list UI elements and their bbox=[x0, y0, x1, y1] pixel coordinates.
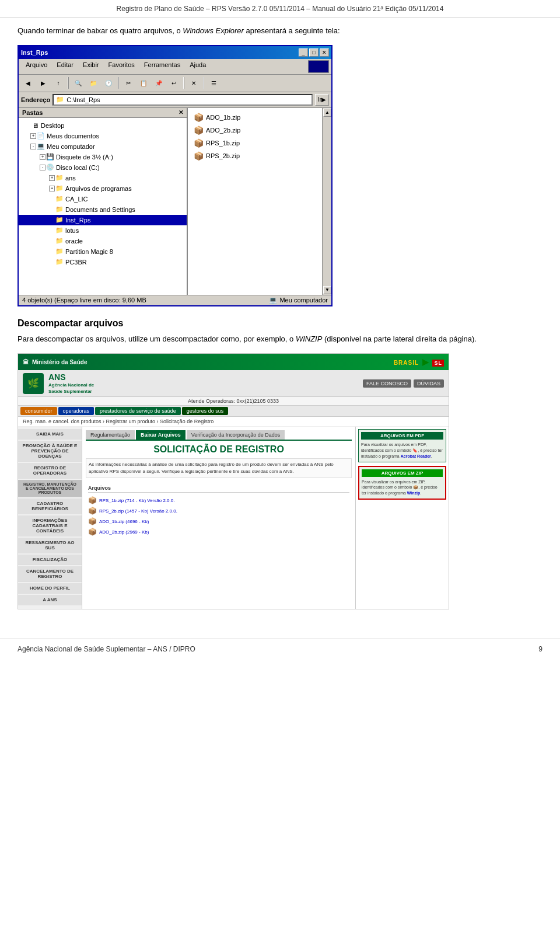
expand-desktop[interactable] bbox=[21, 121, 30, 130]
file-item-ado1b[interactable]: 📦 ADO_1b.zip bbox=[191, 111, 318, 123]
file-row-ado1b[interactable]: 📦 ADO_1b.zip (4696 - Kb) bbox=[88, 516, 349, 527]
back-button[interactable]: ◀ bbox=[21, 76, 35, 89]
file-row-ado2b[interactable]: 📦 ADO_2b.zip (2969 - Kb) bbox=[88, 527, 349, 537]
folder-ans-icon: 📁 bbox=[55, 173, 64, 183]
file-item-ado2b[interactable]: 📦 ADO_2b.zip bbox=[191, 124, 318, 136]
sidebar-home-perfil[interactable]: HOME DO PERFIL bbox=[18, 583, 82, 594]
acrobat-link[interactable]: Acrobat Reader bbox=[401, 454, 431, 458]
zip-panel-title: ARQUIVOS EM ZIP bbox=[362, 469, 443, 477]
expand-ans[interactable]: + bbox=[49, 175, 55, 181]
expand-lotus[interactable] bbox=[49, 228, 55, 233]
file-row-rps1b[interactable]: 📦 RPS_1b.zip (714 - Kb) Versão 2.0.0. bbox=[88, 495, 349, 506]
scroll-up-button[interactable]: ▲ bbox=[323, 109, 331, 117]
views-button[interactable]: ☰ bbox=[206, 76, 220, 89]
cut-button[interactable]: ✂ bbox=[121, 76, 135, 89]
expand-mycomputer[interactable]: - bbox=[30, 144, 36, 149]
tree-item-oracle[interactable]: 📁 oracle bbox=[19, 236, 187, 246]
tab-gestores[interactable]: gestores do sus bbox=[182, 407, 229, 415]
tree-item-floppy[interactable]: + 💾 Disquete de 3½ (A:) bbox=[19, 152, 187, 162]
go-button[interactable]: Ir ▶ bbox=[315, 94, 329, 106]
tab-verificacao[interactable]: Verificação da Incorporação de Dados bbox=[187, 430, 285, 440]
tree-item-instrps[interactable]: 📁 Inst_Rps bbox=[19, 215, 187, 225]
menu-editar[interactable]: Editar bbox=[52, 60, 78, 73]
ans-topbar: 🏛 Ministério da Saúde BRASIL ▶ SL bbox=[18, 354, 449, 370]
disk-c-icon: 💿 bbox=[46, 163, 55, 172]
scroll-down-button[interactable]: ▼ bbox=[323, 286, 331, 294]
file-item-rps2b[interactable]: 📦 RPS_2b.zip bbox=[191, 150, 318, 162]
copy-button[interactable]: 📋 bbox=[136, 76, 150, 89]
sidebar-cadastro[interactable]: CADASTRO BENEFICIÁRIOS bbox=[18, 499, 82, 514]
tree-item-programfiles[interactable]: + 📁 Arquivos de programas bbox=[19, 183, 187, 194]
ans-website-screenshot: 🏛 Ministério da Saúde BRASIL ▶ SL 🌿 ANS … bbox=[18, 353, 449, 609]
titlebar: Inst_Rps _ □ ✕ bbox=[19, 46, 331, 59]
expand-partition[interactable] bbox=[49, 249, 55, 255]
scrollbar[interactable]: ▲ ▼ bbox=[322, 108, 331, 295]
tree-item-disk-c[interactable]: - 💿 Disco local (C:) bbox=[19, 162, 187, 173]
tree-item-mydocs[interactable]: + 📄 Meus documentos bbox=[19, 131, 187, 141]
expand-oracle[interactable] bbox=[49, 238, 55, 244]
expand-disk-c[interactable]: - bbox=[40, 165, 46, 170]
tab-consumidor[interactable]: consumidor bbox=[20, 407, 57, 415]
sidebar-saiba-mais[interactable]: SAIBA MAIS bbox=[18, 429, 82, 440]
search-button[interactable]: 🔍 bbox=[71, 76, 85, 89]
address-input[interactable]: 📁 C:\Inst_Rps bbox=[52, 94, 313, 106]
expand-calic[interactable] bbox=[49, 196, 55, 202]
file-icon-ado2b: 📦 bbox=[88, 528, 97, 536]
ans-body: SAIBA MAIS PROMOÇÃO À SAÚDE E PREVENÇÃO … bbox=[18, 427, 449, 609]
ans-nav-links: FALE CONOSCO DÚVIDAS bbox=[363, 379, 444, 388]
tree-item-calic[interactable]: 📁 CA_LIC bbox=[19, 194, 187, 204]
menu-ferramentas[interactable]: Ferramentas bbox=[139, 60, 185, 73]
undo-button[interactable]: ↩ bbox=[167, 76, 181, 89]
maximize-button[interactable]: □ bbox=[309, 48, 318, 57]
paste-button[interactable]: 📌 bbox=[152, 76, 166, 89]
file-item-rps1b[interactable]: 📦 RPS_1b.zip bbox=[191, 137, 318, 149]
expand-floppy[interactable]: + bbox=[40, 154, 46, 160]
tab-operadoras[interactable]: operadoras bbox=[58, 407, 94, 415]
ans-logo-icon: 🌿 bbox=[23, 373, 44, 394]
tree-item-pc3br[interactable]: 📁 PC3BR bbox=[19, 257, 187, 267]
history-button[interactable]: 🕐 bbox=[102, 76, 116, 89]
menu-exibir[interactable]: Exibir bbox=[78, 60, 104, 73]
expand-docssettings[interactable] bbox=[49, 207, 55, 212]
tab-regulamentacao[interactable]: Regulamentação bbox=[86, 430, 135, 440]
ans-section-tabs: Regulamentação Baixar Arquivos Verificaç… bbox=[86, 430, 352, 441]
duvidas-link[interactable]: DÚVIDAS bbox=[414, 379, 444, 388]
menu-favoritos[interactable]: Favoritos bbox=[104, 60, 139, 73]
winzip-link[interactable]: Winzip bbox=[407, 491, 421, 495]
up-button[interactable]: ↑ bbox=[51, 76, 65, 89]
tree-item-partition[interactable]: 📁 Partition Magic 8 bbox=[19, 246, 187, 257]
tab-baixar-arquivos[interactable]: Baixar Arquivos bbox=[136, 430, 186, 440]
menubar: Arquivo Editar Exibir Favoritos Ferramen… bbox=[19, 59, 331, 75]
expand-mydocs[interactable]: + bbox=[30, 133, 36, 139]
sidebar-info-cadastrais[interactable]: INFORMAÇÕES CADASTRAIS E CONTÁBEIS bbox=[18, 515, 82, 536]
folder-programfiles-icon: 📁 bbox=[55, 184, 64, 193]
ans-page-title: SOLICITAÇÃO DE REGISTRO bbox=[86, 444, 352, 455]
menu-arquivo[interactable]: Arquivo bbox=[21, 60, 52, 73]
sidebar-a-ans[interactable]: A ANS bbox=[18, 595, 82, 605]
tree-item-ans[interactable]: + 📁 ans bbox=[19, 173, 187, 183]
forward-button[interactable]: ▶ bbox=[36, 76, 50, 89]
expand-programfiles[interactable]: + bbox=[49, 186, 55, 191]
folder-docssettings-icon: 📁 bbox=[55, 205, 64, 214]
file-row-rps2b[interactable]: 📦 RPS_2b.zip (1457 - Kb) Versão 2.0.0. bbox=[88, 506, 349, 516]
expand-pc3br[interactable] bbox=[49, 259, 55, 265]
menu-ajuda[interactable]: Ajuda bbox=[185, 60, 211, 73]
sidebar-registro-op[interactable]: REGISTRO DE OPERADORAS bbox=[18, 463, 82, 479]
tree-item-lotus[interactable]: 📁 lotus bbox=[19, 225, 187, 236]
tree-item-desktop[interactable]: 🖥 Desktop bbox=[19, 120, 187, 131]
sidebar-ressarcimento[interactable]: RESSARCIMENTO AO SUS bbox=[18, 538, 82, 553]
tab-prestadores[interactable]: prestadores de serviço de saúde bbox=[95, 407, 181, 415]
sidebar-fiscalizacao[interactable]: FISCALIZAÇÃO bbox=[18, 555, 82, 565]
fale-conosco-link[interactable]: FALE CONOSCO bbox=[363, 379, 411, 388]
delete-button[interactable]: ✕ bbox=[187, 76, 201, 89]
folders-button[interactable]: 📁 bbox=[86, 76, 100, 89]
tree-item-docssettings[interactable]: 📁 Documents and Settings bbox=[19, 204, 187, 215]
expand-instrps[interactable] bbox=[49, 217, 55, 223]
sidebar-registro-manut[interactable]: REGISTRO, MANUTENÇÃO E CANCELAMENTO DOS … bbox=[18, 480, 82, 497]
sidebar-promocao[interactable]: PROMOÇÃO À SAÚDE E PREVENÇÃO DE DOENÇAS bbox=[18, 441, 82, 462]
minimize-button[interactable]: _ bbox=[299, 48, 308, 57]
sidebar-cancelamento[interactable]: CANCELAMENTO DE REGISTRO bbox=[18, 566, 82, 582]
close-button[interactable]: ✕ bbox=[320, 48, 329, 57]
tree-item-mycomputer[interactable]: - 💻 Meu computador bbox=[19, 141, 187, 152]
panel-close-button[interactable]: ✕ bbox=[178, 109, 183, 116]
